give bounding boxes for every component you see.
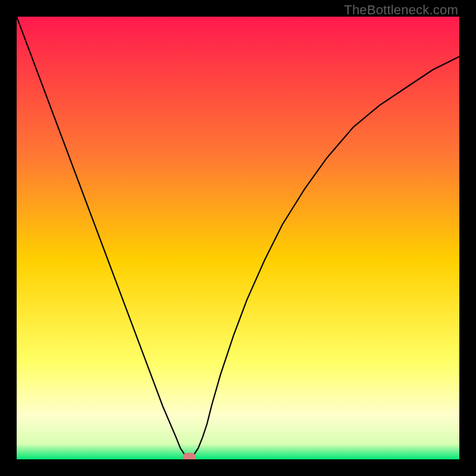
bottleneck-curve (17, 17, 459, 459)
plot-area (17, 17, 459, 459)
optimum-marker (183, 453, 196, 459)
watermark-text: TheBottleneck.com (344, 2, 458, 18)
